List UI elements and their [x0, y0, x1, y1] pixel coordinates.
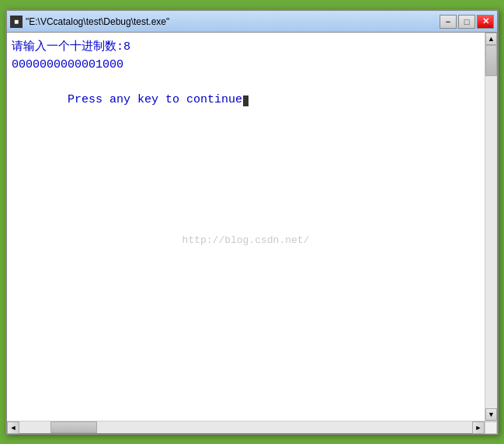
- restore-button[interactable]: □: [458, 15, 475, 29]
- watermark: http://blog.csdn.net/: [182, 234, 310, 246]
- console-line-3: Press any key to continue: [12, 74, 480, 127]
- scroll-track-v[interactable]: [485, 45, 497, 408]
- text-cursor: [243, 95, 249, 106]
- scroll-up-button[interactable]: ▲: [485, 33, 497, 45]
- scroll-left-button[interactable]: ◄: [7, 421, 19, 434]
- scroll-right-button[interactable]: ►: [472, 421, 485, 434]
- title-buttons: − □ ✕: [440, 15, 494, 29]
- close-button[interactable]: ✕: [477, 15, 494, 29]
- console-line-1: 请输入一个十进制数:8: [12, 39, 480, 57]
- title-bar: ■ "E:\VCcatalog\test\Debug\test.exe" − □…: [7, 11, 497, 33]
- window-title: "E:\VCcatalog\test\Debug\test.exe": [26, 16, 169, 27]
- scroll-down-button[interactable]: ▼: [485, 408, 497, 421]
- title-bar-left: ■ "E:\VCcatalog\test\Debug\test.exe": [10, 16, 169, 28]
- vertical-scrollbar: ▲ ▼: [485, 33, 497, 421]
- window-body: 请输入一个十进制数:8 0000000000001000 Press any k…: [7, 33, 497, 421]
- minimize-button[interactable]: −: [440, 15, 457, 29]
- console-line-2: 0000000000001000: [12, 57, 480, 75]
- scroll-thumb-v[interactable]: [485, 45, 497, 76]
- bottom-bar: ◄ ►: [7, 421, 497, 433]
- scrollbar-corner: [485, 421, 497, 434]
- app-icon: ■: [10, 16, 23, 28]
- console-area: 请输入一个十进制数:8 0000000000001000 Press any k…: [7, 33, 485, 421]
- scroll-thumb-h[interactable]: [50, 421, 97, 433]
- main-window: ■ "E:\VCcatalog\test\Debug\test.exe" − □…: [5, 9, 499, 435]
- scroll-track-h[interactable]: [19, 421, 472, 433]
